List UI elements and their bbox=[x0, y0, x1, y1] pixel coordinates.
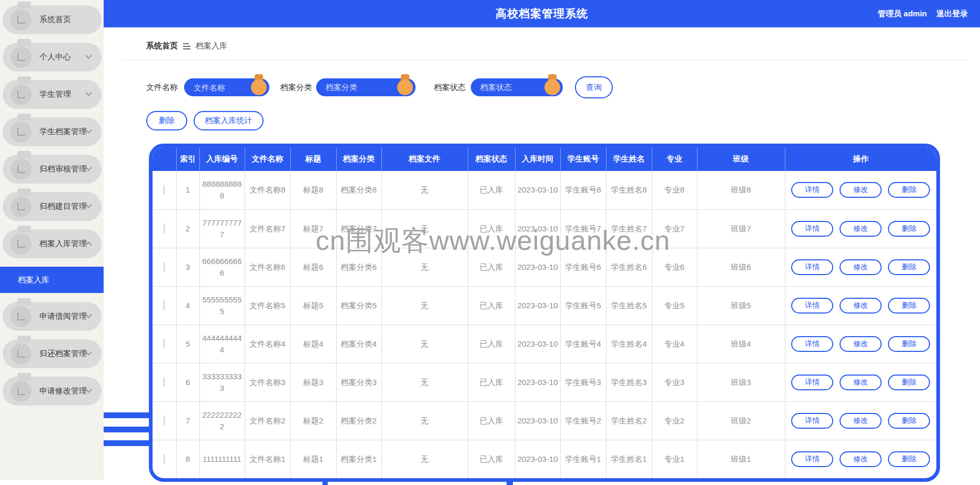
table-row: 81111111111文件名称1标题1档案分类1无已入库2023-03-10学生… bbox=[153, 440, 936, 478]
delete-row-button[interactable]: 删除 bbox=[888, 375, 930, 390]
delete-button[interactable]: 删除 bbox=[146, 111, 187, 130]
sidebar-item-label: 系统首页 bbox=[39, 15, 71, 25]
cell-category: 档案分类7 bbox=[336, 209, 381, 248]
cell-student_name: 学生姓名2 bbox=[606, 401, 652, 440]
sidebar-item[interactable]: 学生档案管理 bbox=[3, 117, 102, 146]
delete-row-button[interactable]: 删除 bbox=[888, 451, 930, 467]
deco-bar bbox=[104, 412, 149, 418]
search-button[interactable]: 查询 bbox=[575, 76, 613, 98]
stats-button[interactable]: 档案入库统计 bbox=[194, 111, 264, 130]
logout-link[interactable]: 退出登录 bbox=[936, 9, 968, 19]
main-content: 系统首页 档案入库 文件名称 档案分类 档案分类 档案状态 档案状态 查询 bbox=[104, 27, 980, 485]
detail-button[interactable]: 详情 bbox=[791, 182, 833, 198]
edit-button[interactable]: 修改 bbox=[840, 336, 882, 352]
detail-button[interactable]: 详情 bbox=[791, 451, 833, 467]
sidebar-item[interactable]: 归还档案管理 bbox=[3, 339, 102, 368]
detail-button[interactable]: 详情 bbox=[791, 375, 833, 390]
row-checkbox[interactable] bbox=[164, 262, 165, 272]
row-checkbox[interactable] bbox=[164, 185, 165, 195]
sidebar-item-label: 申请借阅管理 bbox=[39, 311, 87, 321]
folder-icon bbox=[11, 159, 32, 180]
sidebar-item[interactable]: 个人中心 bbox=[3, 43, 102, 72]
row-checkbox[interactable] bbox=[164, 224, 165, 234]
row-checkbox[interactable] bbox=[164, 377, 165, 387]
sidebar-item[interactable]: 归档审核管理 bbox=[3, 155, 102, 184]
cell-class_name: 班级3 bbox=[697, 363, 785, 401]
select-all-cell bbox=[153, 147, 176, 171]
delete-row-button[interactable]: 删除 bbox=[888, 182, 930, 198]
cell-code: 2222222222 bbox=[199, 401, 245, 440]
cell-title: 标题2 bbox=[290, 401, 336, 440]
table-row: 18888888888文件名称8标题8档案分类8无已入库2023-03-10学生… bbox=[153, 171, 936, 209]
deco-bar bbox=[104, 440, 149, 446]
cell-actions: 详情修改删除 bbox=[785, 209, 936, 248]
archive-table: 索引 入库编号 文件名称 标题 档案分类 档案文件 档案状态 入库时间 学生账号… bbox=[153, 147, 936, 478]
breadcrumb-home[interactable]: 系统首页 bbox=[146, 41, 178, 51]
delete-row-button[interactable]: 删除 bbox=[888, 259, 930, 275]
edit-button[interactable]: 修改 bbox=[840, 298, 882, 314]
sidebar-item[interactable]: 系统首页 bbox=[3, 5, 102, 34]
row-checkbox[interactable] bbox=[164, 300, 165, 310]
delete-row-button[interactable]: 删除 bbox=[888, 336, 930, 352]
edit-button[interactable]: 修改 bbox=[840, 259, 882, 275]
sidebar-item[interactable]: 归档建目管理 bbox=[3, 192, 102, 221]
detail-button[interactable]: 详情 bbox=[791, 413, 833, 429]
delete-row-button[interactable]: 删除 bbox=[888, 221, 930, 237]
cell-class_name: 班级1 bbox=[697, 440, 785, 478]
breadcrumb-current: 档案入库 bbox=[196, 41, 227, 51]
delete-row-button[interactable]: 删除 bbox=[888, 298, 930, 314]
detail-button[interactable]: 详情 bbox=[791, 221, 833, 237]
cell-index: 6 bbox=[176, 363, 199, 401]
chevron-down-icon bbox=[85, 52, 92, 59]
edit-button[interactable]: 修改 bbox=[840, 451, 882, 467]
edit-button[interactable]: 修改 bbox=[840, 413, 882, 429]
cell-account: 学生账号3 bbox=[560, 363, 606, 401]
detail-button[interactable]: 详情 bbox=[791, 298, 833, 314]
column-header: 学生账号 bbox=[560, 147, 606, 171]
column-header: 学生姓名 bbox=[606, 147, 652, 171]
cell-file_name: 文件名称3 bbox=[245, 363, 290, 401]
cell-index: 3 bbox=[176, 248, 199, 286]
edit-button[interactable]: 修改 bbox=[840, 182, 882, 198]
cell-file_value: 无 bbox=[381, 286, 468, 325]
cell-status: 已入库 bbox=[468, 171, 515, 209]
cell-file_value: 无 bbox=[381, 401, 468, 440]
detail-button[interactable]: 详情 bbox=[791, 259, 833, 275]
delete-row-button[interactable]: 删除 bbox=[888, 413, 930, 429]
edit-button[interactable]: 修改 bbox=[840, 221, 882, 237]
knob-icon bbox=[397, 79, 413, 95]
sidebar-item[interactable]: 申请修改管理 bbox=[3, 377, 102, 406]
cell-major: 专业8 bbox=[652, 171, 697, 209]
cell-class_name: 班级2 bbox=[697, 401, 785, 440]
cell-actions: 详情修改删除 bbox=[785, 248, 936, 286]
column-header: 档案文件 bbox=[381, 147, 468, 171]
sidebar-subitem-current[interactable]: 档案入库 bbox=[0, 267, 104, 293]
cell-index: 4 bbox=[176, 286, 199, 325]
cell-class_name: 班级4 bbox=[697, 325, 785, 363]
cell-code: 3333333333 bbox=[199, 363, 245, 401]
cell-student_name: 学生姓名1 bbox=[606, 440, 652, 478]
column-header: 班级 bbox=[697, 147, 785, 171]
row-checkbox[interactable] bbox=[164, 416, 165, 426]
breadcrumb: 系统首页 档案入库 bbox=[146, 41, 940, 51]
folder-icon bbox=[11, 9, 32, 31]
app-title: 高校档案管理系统 bbox=[104, 0, 980, 27]
row-checkbox[interactable] bbox=[164, 454, 165, 464]
cell-index: 2 bbox=[176, 209, 199, 248]
cell-title: 标题3 bbox=[290, 363, 336, 401]
cell-index: 1 bbox=[176, 171, 199, 209]
row-checkbox[interactable] bbox=[164, 339, 165, 349]
knob-icon bbox=[544, 79, 560, 95]
sidebar-item[interactable]: 学生管理 bbox=[3, 80, 102, 109]
detail-button[interactable]: 详情 bbox=[791, 336, 833, 352]
edit-button[interactable]: 修改 bbox=[840, 375, 882, 390]
sidebar-item[interactable]: 档案入库管理 bbox=[3, 229, 102, 258]
cell-account: 学生账号1 bbox=[560, 440, 606, 478]
cell-actions: 详情修改删除 bbox=[785, 325, 936, 363]
cell-file_value: 无 bbox=[381, 248, 468, 286]
sidebar-item-label: 归档审核管理 bbox=[39, 164, 87, 174]
sidebar-item[interactable]: 申请借阅管理 bbox=[3, 302, 102, 331]
cell-date: 2023-03-10 bbox=[515, 363, 560, 401]
cell-code: 7777777777 bbox=[199, 209, 245, 248]
table-row: 45555555555文件名称5标题5档案分类5无已入库2023-03-10学生… bbox=[153, 286, 936, 325]
